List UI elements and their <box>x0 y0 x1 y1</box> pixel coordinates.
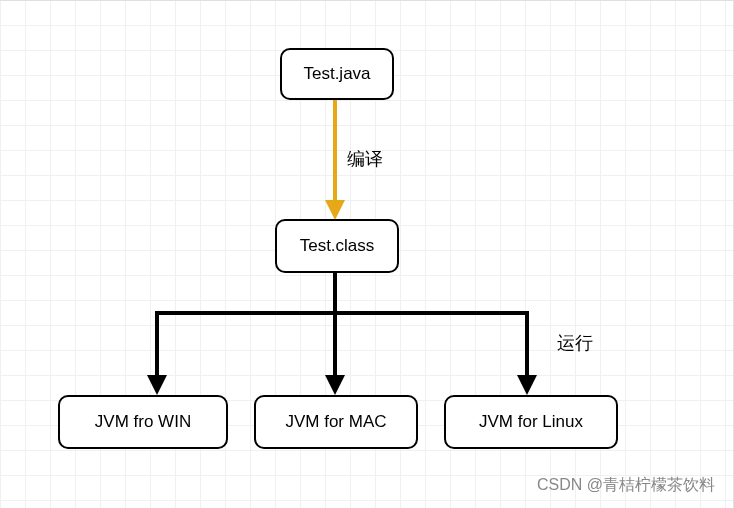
node-compiled-label: Test.class <box>300 236 375 256</box>
node-jvm-mac-label: JVM for MAC <box>285 412 386 432</box>
watermark: CSDN @青桔柠檬茶饮料 <box>537 475 715 496</box>
node-jvm-win: JVM fro WIN <box>58 395 228 449</box>
compile-label: 编译 <box>347 147 383 171</box>
node-jvm-linux: JVM for Linux <box>444 395 618 449</box>
node-jvm-win-label: JVM fro WIN <box>95 412 191 432</box>
node-source: Test.java <box>280 48 394 100</box>
node-source-label: Test.java <box>303 64 370 84</box>
node-compiled: Test.class <box>275 219 399 273</box>
node-jvm-mac: JVM for MAC <box>254 395 418 449</box>
node-jvm-linux-label: JVM for Linux <box>479 412 583 432</box>
run-label: 运行 <box>557 331 593 355</box>
